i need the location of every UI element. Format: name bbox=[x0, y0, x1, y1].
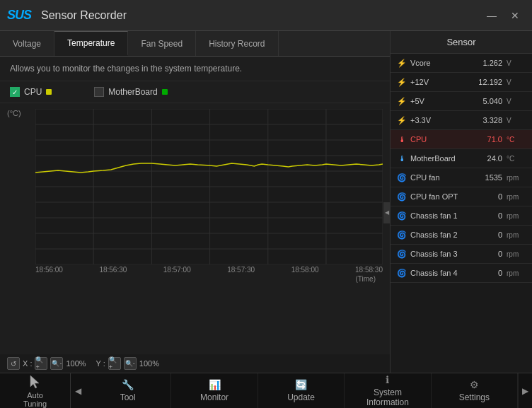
x-zoom-label: X : bbox=[23, 359, 32, 368]
right-panel: ◀ Sensor ⚡ Vcore 1.262 V ⚡ +12V 12.192 V… bbox=[391, 31, 532, 373]
taskbar-settings[interactable]: ⚙ Settings bbox=[432, 373, 518, 408]
33v-unit: V bbox=[507, 117, 526, 124]
auto-tuning-button[interactable]: Auto Tuning bbox=[0, 373, 71, 408]
system-info-label: System Information bbox=[366, 387, 409, 407]
sensor-entry-mb-temp: 🌡 MotherBoard 24.0 °C bbox=[391, 149, 532, 168]
sensor-entry-chassis4: 🌀 Chassis fan 4 0 rpm bbox=[391, 264, 532, 283]
x-label-0: 18:56:00 bbox=[35, 266, 63, 274]
chassis1-name: Chassis fan 1 bbox=[410, 211, 495, 220]
monitor-label: Monitor bbox=[200, 392, 229, 402]
chassis2-icon: 🌀 bbox=[396, 229, 407, 240]
mb-temp-name: MotherBoard bbox=[410, 154, 485, 163]
chassis3-value: 0 bbox=[498, 250, 502, 258]
cpu-fan-opt-unit: rpm bbox=[507, 193, 526, 201]
motherboard-checkbox-item[interactable]: MotherBoard bbox=[94, 87, 167, 97]
zoom-out-y-button[interactable]: 🔍- bbox=[124, 357, 137, 370]
chassis4-unit: rpm bbox=[507, 269, 526, 277]
sensor-entry-cpu-fan: 🌀 CPU fan 1535 rpm bbox=[391, 168, 532, 187]
tab-fan-speed[interactable]: Fan Speed bbox=[128, 31, 196, 56]
x-label-3: 18:57:30 bbox=[227, 266, 255, 274]
vcore-value: 1.262 bbox=[482, 59, 502, 67]
sensor-list: ⚡ Vcore 1.262 V ⚡ +12V 12.192 V ⚡ +5V 5.… bbox=[391, 54, 532, 373]
5v-value: 5.040 bbox=[482, 97, 502, 105]
chassis3-unit: rpm bbox=[507, 250, 526, 258]
chassis3-icon: 🌀 bbox=[396, 248, 407, 260]
chassis4-value: 0 bbox=[498, 269, 502, 277]
tool-label: Tool bbox=[120, 392, 136, 402]
cpu-temp-name: CPU bbox=[410, 135, 485, 144]
sensor-entry-chassis2: 🌀 Chassis fan 2 0 rpm bbox=[391, 226, 532, 245]
mb-temp-value: 24.0 bbox=[487, 154, 502, 163]
cpu-checkbox-item[interactable]: CPU bbox=[10, 87, 52, 97]
sensor-entry-chassis3: 🌀 Chassis fan 3 0 rpm bbox=[391, 245, 532, 264]
tab-voltage[interactable]: Voltage bbox=[0, 31, 54, 56]
cpu-fan-opt-name: CPU fan OPT bbox=[410, 192, 495, 201]
sensor-entry-cpu-fan-opt: 🌀 CPU fan OPT 0 rpm bbox=[391, 187, 532, 206]
x-label-4: 18:58:00 bbox=[291, 266, 319, 274]
sensor-entry-33v: ⚡ +3.3V 3.328 V bbox=[391, 111, 532, 130]
12v-unit: V bbox=[507, 78, 526, 86]
33v-name: +3.3V bbox=[410, 116, 480, 124]
cpu-temp-unit: °C bbox=[507, 136, 526, 144]
12v-name: +12V bbox=[410, 78, 475, 86]
5v-name: +5V bbox=[410, 97, 480, 105]
sensor-checkboxes: CPU MotherBoard bbox=[0, 81, 390, 103]
taskbar-system-info[interactable]: ℹ System Information bbox=[345, 373, 431, 408]
mb-temp-unit: °C bbox=[507, 155, 526, 163]
cpu-label: CPU bbox=[24, 87, 42, 97]
x-zoom-percent: 100% bbox=[66, 359, 86, 368]
x-label-2: 18:57:00 bbox=[163, 266, 191, 274]
chart-ylabel: (°C) bbox=[7, 109, 21, 117]
vcore-icon: ⚡ bbox=[396, 57, 407, 69]
update-icon: 🔄 bbox=[295, 379, 307, 390]
left-panel: Voltage Temperature Fan Speed History Re… bbox=[0, 31, 391, 373]
cpu-fan-value: 1535 bbox=[485, 173, 502, 182]
12v-value: 12.192 bbox=[478, 78, 502, 86]
sensor-entry-5v: ⚡ +5V 5.040 V bbox=[391, 92, 532, 111]
cpu-checkbox[interactable] bbox=[10, 87, 20, 97]
close-button[interactable]: ✕ bbox=[505, 7, 525, 24]
taskbar-update[interactable]: 🔄 Update bbox=[258, 373, 345, 408]
auto-tuning-icon bbox=[28, 374, 43, 390]
motherboard-checkbox[interactable] bbox=[94, 87, 104, 97]
taskbar-left-arrow[interactable]: ◀ bbox=[71, 373, 85, 408]
chassis2-unit: rpm bbox=[507, 231, 526, 239]
mb-temp-icon: 🌡 bbox=[396, 153, 407, 164]
taskbar-monitor[interactable]: 📊 Monitor bbox=[171, 373, 258, 408]
sensor-entry-vcore: ⚡ Vcore 1.262 V bbox=[391, 54, 532, 73]
tab-temperature[interactable]: Temperature bbox=[54, 31, 128, 56]
zoom-controls: ↺ X : 🔍+ 🔍- 100% Y : 🔍+ 🔍- 100% bbox=[0, 354, 390, 373]
taskbar-right-arrow[interactable]: ▶ bbox=[518, 373, 532, 408]
cpu-fan-unit: rpm bbox=[507, 174, 526, 182]
app-logo: SUS bbox=[7, 8, 31, 23]
undo-button[interactable]: ↺ bbox=[7, 357, 20, 370]
chart-area: (°C) bbox=[0, 103, 390, 354]
monitor-icon: 📊 bbox=[209, 379, 221, 390]
33v-icon: ⚡ bbox=[396, 115, 407, 126]
zoom-in-x-button[interactable]: 🔍+ bbox=[35, 357, 47, 370]
panel-collapse-button[interactable]: ◀ bbox=[383, 202, 391, 223]
vcore-name: Vcore bbox=[410, 59, 480, 67]
taskbar-items: 🔧 Tool 📊 Monitor 🔄 Update ℹ System Infor… bbox=[85, 373, 518, 408]
y-zoom-label: Y : bbox=[96, 359, 105, 368]
settings-label: Settings bbox=[459, 392, 490, 402]
cpu-temp-value: 71.0 bbox=[487, 135, 502, 144]
update-label: Update bbox=[287, 392, 315, 402]
sensor-entry-chassis1: 🌀 Chassis fan 1 0 rpm bbox=[391, 206, 532, 226]
x-label-1: 18:56:30 bbox=[99, 266, 127, 274]
minimize-button[interactable]: — bbox=[481, 7, 502, 24]
cpu-fan-opt-icon: 🌀 bbox=[396, 191, 407, 202]
tab-history-record[interactable]: History Record bbox=[196, 31, 278, 56]
system-info-icon: ℹ bbox=[386, 374, 389, 385]
33v-value: 3.328 bbox=[482, 116, 502, 124]
tool-icon: 🔧 bbox=[122, 379, 134, 390]
chassis3-name: Chassis fan 3 bbox=[410, 250, 495, 258]
5v-unit: V bbox=[507, 98, 526, 105]
app-title: Sensor Recorder bbox=[41, 9, 478, 22]
zoom-out-x-button[interactable]: 🔍- bbox=[50, 357, 63, 370]
cpu-temp-icon: 🌡 bbox=[396, 134, 407, 145]
zoom-in-y-button[interactable]: 🔍+ bbox=[108, 357, 121, 370]
chart-xlabel-time: (Time) bbox=[7, 275, 383, 283]
auto-tuning-label: Auto Tuning bbox=[23, 391, 47, 408]
taskbar-tool[interactable]: 🔧 Tool bbox=[85, 373, 171, 408]
